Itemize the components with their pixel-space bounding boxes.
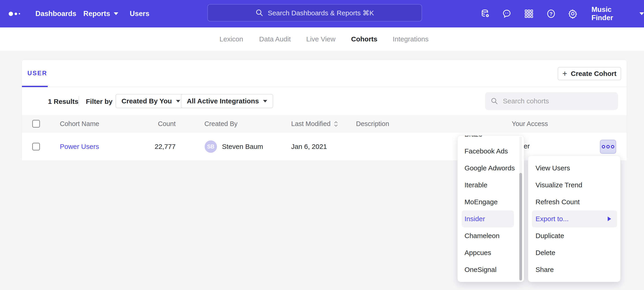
tab-label: Integrations — [393, 35, 429, 43]
table-header-row: Cohort Name Count Created By Last Modifi… — [22, 115, 627, 133]
cohort-name-link[interactable]: Power Users — [60, 133, 99, 160]
menu-item-view-users[interactable]: View Users — [532, 160, 617, 177]
cohorts-panel: USER + Create Cohort 1 Results Filter by… — [22, 60, 627, 160]
project-selector[interactable]: Music Finder — [592, 0, 644, 28]
global-search-button[interactable]: Search Dashboards & Reports ⌘K — [207, 4, 422, 22]
column-label: Last Modified — [291, 120, 331, 128]
created-by-filter-dropdown[interactable]: Created By You — [116, 94, 186, 108]
tab-data-audit[interactable]: Data Audit — [259, 28, 291, 51]
mixpanel-logo-icon[interactable] — [9, 0, 20, 28]
row-more-actions-button[interactable] — [600, 140, 616, 154]
tab-lexicon[interactable]: Lexicon — [220, 28, 243, 51]
nav-item-users[interactable]: Users — [130, 0, 149, 28]
chevron-down-icon — [176, 100, 180, 102]
column-header-your-access[interactable]: Your Access — [512, 115, 548, 133]
sort-icon — [334, 120, 338, 127]
cohort-search-input[interactable] — [503, 97, 608, 105]
menu-item-braze[interactable]: Braze — [462, 135, 514, 143]
row-actions-menu: View Users Visualize Trend Refresh Count… — [528, 156, 620, 282]
cohort-search-box — [485, 92, 618, 110]
menu-item-onesignal[interactable]: OneSignal — [462, 261, 514, 278]
cohort-count: 22,777 — [132, 133, 176, 160]
menu-item-facebook-ads[interactable]: Facebook Ads — [462, 143, 514, 160]
row-checkbox[interactable] — [32, 143, 40, 151]
menu-item-duplicate[interactable]: Duplicate — [532, 227, 617, 244]
logo-dot-large — [9, 12, 13, 16]
section-tabs-bar: Lexicon Data Audit Live View Cohorts Int… — [0, 28, 644, 51]
tab-live-view[interactable]: Live View — [306, 28, 336, 51]
results-count: 1 Results — [48, 98, 78, 105]
submenu-arrow-icon — [608, 217, 611, 221]
scrollbar-thumb[interactable] — [519, 173, 522, 280]
data-settings-icon[interactable] — [480, 9, 490, 19]
dot-icon — [602, 145, 605, 149]
menu-item-share[interactable]: Share — [532, 261, 617, 278]
logo-dot-medium — [14, 13, 17, 15]
feedback-icon[interactable] — [502, 9, 512, 19]
active-tab-indicator — [22, 86, 48, 87]
column-header-cohort-name[interactable]: Cohort Name — [60, 115, 99, 133]
select-all-checkbox[interactable] — [32, 120, 40, 128]
nav-item-label: Reports — [83, 10, 110, 18]
avatar: SB — [204, 140, 217, 153]
top-nav-bar: Dashboards Reports Users Search Dashboar… — [0, 0, 644, 28]
project-name: Music Finder — [592, 6, 634, 22]
tab-label: Live View — [306, 35, 336, 43]
menu-item-insider[interactable]: Insider — [462, 210, 514, 227]
menu-item-visualize-trend[interactable]: Visualize Trend — [532, 177, 617, 194]
apps-grid-icon[interactable] — [524, 9, 534, 19]
dot-icon — [606, 145, 610, 149]
chevron-down-icon — [263, 100, 267, 102]
search-icon — [490, 97, 498, 105]
menu-item-label: Export to... — [536, 215, 569, 223]
last-modified-date: Jan 6, 2021 — [291, 133, 327, 160]
menu-item-delete[interactable]: Delete — [532, 244, 617, 261]
created-by-name: Steven Baum — [222, 133, 263, 160]
menu-item-appcues[interactable]: Appcues — [462, 244, 514, 261]
tab-cohorts[interactable]: Cohorts — [351, 28, 378, 51]
menu-item-export-to[interactable]: Export to... — [532, 210, 617, 227]
tab-user-cohorts[interactable]: USER — [28, 60, 47, 87]
menu-item-iterable[interactable]: Iterable — [462, 177, 514, 194]
tab-label: Lexicon — [220, 35, 243, 43]
dropdown-label: All Active Integrations — [187, 97, 259, 105]
global-search-placeholder: Search Dashboards & Reports ⌘K — [268, 9, 374, 17]
divider — [78, 96, 79, 106]
column-header-last-modified[interactable]: Last Modified — [291, 115, 338, 133]
nav-item-label: Dashboards — [36, 10, 76, 18]
panel-header: USER + Create Cohort — [22, 60, 627, 87]
column-header-description[interactable]: Description — [356, 115, 389, 133]
button-label: Create Cohort — [571, 70, 616, 78]
nav-item-label: Users — [130, 10, 149, 18]
menu-item-google-adwords[interactable]: Google Adwords — [462, 160, 514, 177]
tab-label: Cohorts — [351, 35, 378, 43]
export-to-submenu: Braze Facebook Ads Google Adwords Iterab… — [458, 135, 524, 282]
create-cohort-button[interactable]: + Create Cohort — [558, 67, 621, 80]
nav-item-reports[interactable]: Reports — [83, 0, 118, 28]
dropdown-label: Created By You — [122, 97, 172, 105]
your-access-value-fragment: er — [524, 142, 530, 150]
help-icon[interactable]: ? — [546, 9, 556, 19]
menu-item-chameleon[interactable]: Chameleon — [462, 227, 514, 244]
menu-item-refresh-count[interactable]: Refresh Count — [532, 194, 617, 210]
search-icon — [255, 9, 264, 17]
menu-item-moengage[interactable]: MoEngage — [462, 194, 514, 210]
dot-icon — [611, 145, 614, 149]
svg-text:?: ? — [550, 11, 552, 17]
chevron-down-icon — [640, 12, 644, 15]
settings-gear-icon[interactable] — [568, 9, 578, 19]
plus-icon: + — [562, 70, 567, 78]
column-header-count[interactable]: Count — [132, 115, 176, 133]
tab-integrations[interactable]: Integrations — [393, 28, 429, 51]
column-header-created-by[interactable]: Created By — [204, 115, 238, 133]
chevron-down-icon — [114, 12, 118, 15]
tab-label: USER — [28, 70, 47, 77]
nav-item-dashboards[interactable]: Dashboards — [36, 0, 76, 28]
tab-label: Data Audit — [259, 35, 291, 43]
integrations-filter-dropdown[interactable]: All Active Integrations — [181, 94, 273, 108]
logo-dot-small — [19, 13, 20, 15]
filter-by-label: Filter by — [86, 98, 112, 105]
